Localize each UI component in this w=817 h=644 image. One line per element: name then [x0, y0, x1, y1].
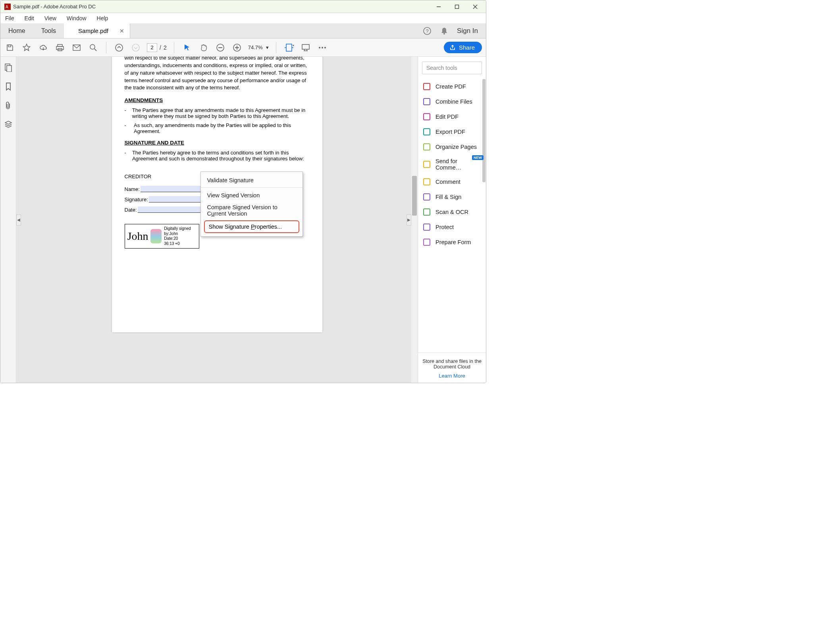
menu-edit[interactable]: Edit — [23, 14, 36, 22]
page-up-icon[interactable] — [114, 42, 125, 53]
mail-icon[interactable] — [71, 42, 82, 53]
attachments-icon[interactable] — [5, 101, 12, 110]
tool-item-edit-pdf[interactable]: Edit PDF — [418, 109, 486, 124]
chevron-down-icon: ▾ — [266, 44, 269, 50]
creditor-name-field[interactable] — [141, 186, 204, 192]
tool-item-export-pdf[interactable]: Export PDF — [418, 124, 486, 139]
close-window-button[interactable] — [466, 0, 484, 13]
more-tools-icon[interactable] — [317, 42, 328, 53]
star-icon[interactable] — [21, 42, 32, 53]
svg-line-15 — [94, 49, 96, 51]
creditor-signature-field[interactable] — [149, 196, 204, 202]
heading-amendments: AMENDMENTS — [125, 97, 310, 103]
bell-icon[interactable] — [440, 27, 448, 35]
menu-show-signature-properties[interactable]: Show Signature Properties... — [204, 220, 299, 233]
creditor-date-field[interactable] — [138, 206, 204, 213]
page-down-icon[interactable] — [130, 42, 141, 53]
tab-strip: Home Tools Sample.pdf ✕ ? Sign In — [0, 23, 486, 39]
menu-compare-signed-version[interactable]: Compare Signed Version to Current Versio… — [201, 201, 303, 220]
menu-help[interactable]: Help — [95, 14, 110, 22]
tab-home[interactable]: Home — [0, 23, 33, 38]
heading-signature: SIGNATURE AND DATE — [125, 140, 310, 146]
bookmarks-icon[interactable] — [5, 82, 12, 91]
find-icon[interactable] — [88, 42, 99, 53]
svg-rect-31 — [424, 83, 430, 90]
page-input[interactable] — [147, 43, 157, 52]
svg-point-8 — [443, 33, 445, 35]
svg-rect-11 — [56, 46, 64, 50]
print-icon[interactable] — [54, 42, 66, 53]
share-button[interactable]: Share — [444, 42, 482, 53]
close-tab-icon[interactable]: ✕ — [119, 28, 124, 34]
search-tools-placeholder: Search tools — [426, 65, 457, 71]
svg-text:▾: ▾ — [293, 44, 294, 47]
cloud-icon[interactable] — [38, 42, 49, 53]
save-icon[interactable] — [4, 42, 15, 53]
layers-icon[interactable] — [4, 120, 13, 128]
signature-meta: Digitally signed by:John Date:20 36:13 +… — [164, 226, 196, 246]
tab-tools[interactable]: Tools — [33, 23, 64, 38]
select-tool-icon[interactable] — [181, 42, 193, 53]
menu-validate-signature[interactable]: Validate Signature — [201, 174, 303, 188]
read-mode-icon[interactable] — [300, 42, 311, 53]
tool-item-send-for-comme-[interactable]: Send for Comme…NEW — [418, 154, 486, 174]
collapse-right-icon[interactable]: ▶ — [407, 214, 411, 226]
tool-icon — [423, 223, 431, 231]
svg-rect-38 — [424, 194, 430, 200]
minimize-button[interactable] — [430, 0, 448, 13]
svg-rect-25 — [302, 44, 309, 49]
svg-rect-40 — [424, 224, 430, 230]
pdf-page: with respect to the subject matter hereo… — [112, 57, 322, 332]
svg-rect-33 — [424, 114, 430, 120]
svg-point-14 — [90, 44, 95, 49]
tool-item-fill-sign[interactable]: Fill & Sign — [418, 189, 486, 204]
menu-view[interactable]: View — [43, 14, 58, 22]
tool-icon — [423, 238, 431, 246]
thumbnails-icon[interactable] — [4, 63, 12, 72]
search-tools-input[interactable]: Search tools — [422, 62, 482, 74]
app-icon: A — [4, 4, 11, 10]
fit-width-icon[interactable]: ▾ — [283, 42, 295, 53]
tool-item-combine-files[interactable]: Combine Files — [418, 94, 486, 109]
zoom-out-icon[interactable] — [215, 42, 226, 53]
menu-window[interactable]: Window — [65, 14, 88, 22]
tool-item-create-pdf[interactable]: Create PDF — [418, 79, 486, 94]
document-scrollbar[interactable] — [411, 57, 418, 383]
sig-bullet-1: The Parties hereby agree to the terms an… — [132, 150, 310, 162]
tool-icon — [423, 208, 431, 216]
menu-file[interactable]: File — [4, 14, 16, 22]
menu-view-signed-version[interactable]: View Signed Version — [201, 189, 303, 201]
svg-rect-34 — [424, 129, 430, 135]
hand-tool-icon[interactable] — [198, 42, 209, 53]
help-icon[interactable]: ? — [423, 27, 432, 35]
menu-bar: File Edit View Window Help — [0, 13, 486, 23]
zoom-in-icon[interactable] — [231, 42, 243, 53]
zoom-level[interactable]: 74.7% ▾ — [248, 44, 269, 50]
share-label: Share — [459, 44, 475, 51]
maximize-button[interactable] — [448, 0, 466, 13]
signature-name: John — [127, 230, 148, 243]
tool-item-organize-pages[interactable]: Organize Pages — [418, 139, 486, 154]
sign-in-link[interactable]: Sign In — [457, 27, 478, 35]
tools-list: Create PDFCombine FilesEdit PDFExport PD… — [418, 79, 486, 353]
title-bar: A Sample.pdf - Adobe Acrobat Pro DC — [0, 0, 486, 13]
tool-item-prepare-form[interactable]: Prepare Form — [418, 235, 486, 250]
tool-item-comment[interactable]: Comment — [418, 174, 486, 189]
tool-icon — [423, 143, 431, 151]
svg-point-28 — [324, 47, 326, 48]
document-tab[interactable]: Sample.pdf ✕ — [64, 23, 130, 38]
svg-rect-32 — [424, 98, 430, 105]
document-area: ◀ ▶ with respect to the subject matter h… — [16, 57, 418, 383]
digital-signature-box[interactable]: John Digitally signed by:John Date:20 36… — [125, 224, 199, 249]
tools-panel: Search tools Create PDFCombine FilesEdit… — [418, 57, 486, 383]
page-total: 2 — [164, 44, 167, 51]
collapse-left-icon[interactable]: ◀ — [16, 214, 21, 226]
share-icon — [449, 44, 456, 51]
tool-label: Scan & OCR — [435, 209, 468, 215]
tool-item-protect[interactable]: Protect — [418, 220, 486, 235]
signature-context-menu: Validate Signature View Signed Version C… — [200, 172, 303, 237]
tool-label: Fill & Sign — [435, 194, 461, 200]
tool-item-scan-ocr[interactable]: Scan & OCR — [418, 204, 486, 220]
creditor-heading: CREDITOR — [125, 174, 204, 179]
learn-more-link[interactable]: Learn More — [422, 373, 482, 379]
